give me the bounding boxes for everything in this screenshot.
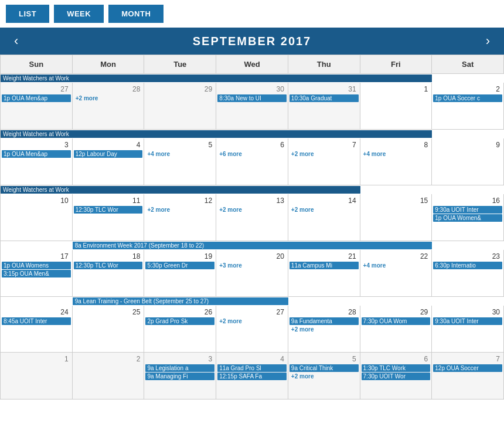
day-cell: 22+4 more — [360, 250, 433, 297]
event-item[interactable]: 1p OUA Womens — [2, 262, 71, 269]
spanning-events-row-4: 9a Lean Training - Green Belt (September… — [1, 297, 504, 306]
list-button[interactable]: LIST — [6, 5, 49, 23]
day-header-wed: Wed — [216, 55, 288, 74]
day-number: 28 — [74, 84, 143, 94]
week-0: Weight Watchers at Work271p OUA Men&ap28… — [1, 74, 504, 130]
more-events-link[interactable]: +4 more — [362, 150, 431, 158]
event-item[interactable]: 9:30a UOIT Inter — [433, 206, 502, 214]
day-cell: 308:30a New to UI — [216, 83, 288, 130]
prev-month-button[interactable]: ‹ — [11, 33, 22, 49]
day-cell: 412p Labour Day — [73, 138, 145, 185]
more-events-link[interactable]: +2 more — [290, 326, 359, 333]
spanning-event[interactable]: 9a Lean Training - Green Belt (September… — [73, 297, 288, 305]
more-events-link[interactable]: +2 more — [74, 94, 143, 102]
event-item[interactable]: 6:30p Internatio — [433, 262, 502, 269]
month-title: SEPTEMBER 2017 — [193, 35, 312, 48]
event-item[interactable]: 12:30p TLC Wor — [74, 262, 143, 269]
day-cell: 1 — [1, 353, 73, 400]
week-1: Weight Watchers at Work31p OUA Men&ap412… — [1, 130, 504, 185]
day-cell: 15 — [360, 194, 433, 241]
more-events-link[interactable]: +2 more — [217, 317, 287, 325]
event-item[interactable]: 8:30a New to UI — [217, 94, 287, 102]
spanning-event[interactable]: 8a Environment Week 2017 (September 18 t… — [73, 242, 433, 249]
event-item[interactable]: 12p OUA Soccer — [433, 364, 502, 372]
day-cell: 8+4 more — [360, 138, 433, 185]
more-events-link[interactable]: +2 more — [145, 206, 214, 214]
day-number: 27 — [2, 84, 71, 94]
top-nav: LIST WEEK MONTH — [0, 0, 504, 28]
day-cell: 7+2 more — [288, 138, 360, 185]
day-headers-row: SunMonTueWedThuFriSat — [1, 55, 504, 74]
week-2: Weight Watchers at Work101112:30p TLC Wo… — [1, 185, 504, 241]
day-cell: 31p OUA Men&ap — [1, 138, 73, 185]
event-item[interactable]: 7:30p UOIT Wor — [362, 373, 431, 380]
day-number: 8 — [362, 140, 431, 150]
event-item[interactable]: 1:30p TLC Work — [362, 364, 431, 372]
day-cell: 309:30a UOIT Inter — [432, 306, 504, 353]
spanning-events-row-3: 8a Environment Week 2017 (September 18 t… — [1, 241, 504, 250]
event-item[interactable]: 7:30p OUA Wom — [362, 317, 431, 325]
month-button[interactable]: MONTH — [108, 5, 164, 23]
day-header-mon: Mon — [73, 55, 145, 74]
more-events-link[interactable]: +3 more — [217, 262, 287, 269]
calendar-grid: SunMonTueWedThuFriSat Weight Watchers at… — [0, 55, 504, 400]
day-cell: 6+6 more — [216, 138, 288, 185]
day-cell: 59a Critical Think+2 more — [288, 353, 360, 400]
event-item[interactable]: 11a Grad Pro Sl — [217, 364, 287, 372]
day-number: 3 — [2, 140, 71, 150]
spanning-events-row-1: Weight Watchers at Work — [1, 130, 504, 138]
day-cell: 1 — [360, 83, 433, 130]
event-item[interactable]: 9a Critical Think — [290, 364, 359, 372]
day-number: 30 — [217, 84, 287, 94]
next-month-button[interactable]: › — [482, 33, 493, 49]
week-button[interactable]: WEEK — [54, 5, 104, 23]
event-item[interactable]: 8:45a UOIT Inter — [2, 317, 71, 325]
day-number: 29 — [145, 84, 214, 94]
event-item[interactable]: 10:30a Graduat — [290, 94, 359, 102]
day-cell: 13+2 more — [216, 194, 288, 241]
more-events-link[interactable]: +4 more — [145, 150, 214, 158]
event-item[interactable]: 2p Grad Pro Sk — [145, 317, 214, 325]
event-item[interactable]: 1p OUA Women& — [433, 214, 502, 222]
week-row-1: 31p OUA Men&ap412p Labour Day5+4 more6+6… — [1, 138, 504, 185]
spanning-events-row-0: Weight Watchers at Work — [1, 74, 504, 83]
weeks-container: Weight Watchers at Work271p OUA Men&ap28… — [1, 74, 504, 400]
week-row-2: 101112:30p TLC Wor12+2 more13+2 more14+2… — [1, 194, 504, 241]
more-events-link[interactable]: +4 more — [362, 262, 431, 269]
day-cell: 195:30p Green Dr — [144, 250, 216, 297]
event-item[interactable]: 9:30a UOIT Inter — [433, 317, 502, 325]
event-item[interactable]: 11a Campus Mi — [290, 262, 359, 269]
day-cell: 21p OUA Soccer c — [432, 83, 504, 130]
day-cell: 262p Grad Pro Sk — [144, 306, 216, 353]
event-item[interactable]: 9a Legislation a — [145, 364, 214, 372]
week-row-0: 271p OUA Men&ap28+2 more29308:30a New to… — [1, 83, 504, 130]
day-cell: 39a Legislation a9a Managing Fi — [144, 353, 216, 400]
more-events-link[interactable]: +6 more — [217, 150, 287, 158]
day-cell: 3110:30a Graduat — [288, 83, 360, 130]
event-item[interactable]: 1p OUA Men&ap — [2, 150, 71, 158]
more-events-link[interactable]: +2 more — [290, 150, 359, 158]
more-events-link[interactable]: +2 more — [290, 206, 359, 214]
event-item[interactable]: 12p Labour Day — [74, 150, 143, 158]
event-item[interactable]: 12:15p SAFA Fa — [217, 373, 287, 380]
event-item[interactable]: 1p OUA Soccer c — [433, 94, 502, 102]
spanning-event[interactable]: Weight Watchers at Work — [1, 130, 432, 138]
more-events-link[interactable]: +2 more — [290, 373, 359, 380]
event-item[interactable]: 5:30p Green Dr — [145, 262, 214, 269]
more-events-link[interactable]: +2 more — [217, 206, 287, 214]
event-item[interactable]: 9a Fundamenta — [290, 317, 359, 325]
week-4: 9a Lean Training - Green Belt (September… — [1, 297, 504, 353]
event-item[interactable]: 1p OUA Men&ap — [2, 94, 71, 102]
day-number: 2 — [433, 84, 502, 94]
day-number: 10 — [2, 195, 71, 206]
day-number: 24 — [2, 307, 71, 317]
day-cell: 171p OUA Womens3:15p OUA Men& — [1, 250, 73, 297]
day-number: 11 — [74, 195, 143, 206]
spanning-event[interactable]: Weight Watchers at Work — [1, 75, 432, 82]
day-number: 2 — [74, 354, 143, 364]
spanning-event[interactable]: Weight Watchers at Work — [1, 186, 360, 194]
event-item[interactable]: 3:15p OUA Men& — [2, 270, 71, 277]
day-number: 3 — [145, 354, 214, 364]
event-item[interactable]: 9a Managing Fi — [145, 373, 214, 380]
event-item[interactable]: 12:30p TLC Wor — [74, 206, 143, 214]
